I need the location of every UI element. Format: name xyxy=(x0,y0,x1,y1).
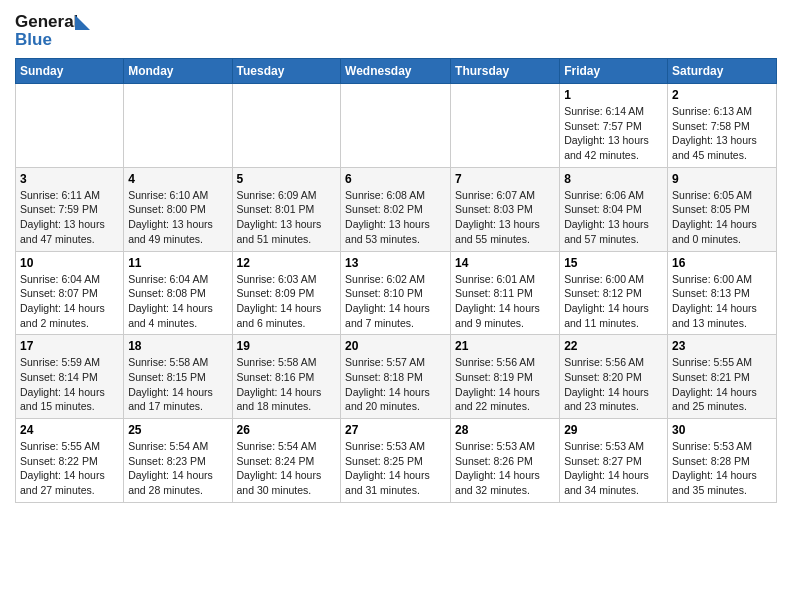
day-number: 30 xyxy=(672,423,772,437)
calendar-cell: 5Sunrise: 6:09 AM Sunset: 8:01 PM Daylig… xyxy=(232,167,341,251)
day-info: Sunrise: 6:00 AM Sunset: 8:12 PM Dayligh… xyxy=(564,272,663,331)
day-number: 25 xyxy=(128,423,227,437)
day-number: 26 xyxy=(237,423,337,437)
calendar-cell xyxy=(232,84,341,168)
calendar-cell: 15Sunrise: 6:00 AM Sunset: 8:12 PM Dayli… xyxy=(560,251,668,335)
day-number: 18 xyxy=(128,339,227,353)
calendar-week-row: 24Sunrise: 5:55 AM Sunset: 8:22 PM Dayli… xyxy=(16,419,777,503)
calendar-cell: 4Sunrise: 6:10 AM Sunset: 8:00 PM Daylig… xyxy=(124,167,232,251)
weekday-header: Tuesday xyxy=(232,59,341,84)
day-info: Sunrise: 6:13 AM Sunset: 7:58 PM Dayligh… xyxy=(672,104,772,163)
day-info: Sunrise: 6:04 AM Sunset: 8:08 PM Dayligh… xyxy=(128,272,227,331)
day-info: Sunrise: 6:14 AM Sunset: 7:57 PM Dayligh… xyxy=(564,104,663,163)
day-number: 1 xyxy=(564,88,663,102)
calendar-cell: 2Sunrise: 6:13 AM Sunset: 7:58 PM Daylig… xyxy=(668,84,777,168)
calendar-cell: 20Sunrise: 5:57 AM Sunset: 8:18 PM Dayli… xyxy=(341,335,451,419)
day-info: Sunrise: 5:58 AM Sunset: 8:15 PM Dayligh… xyxy=(128,355,227,414)
day-number: 4 xyxy=(128,172,227,186)
calendar-week-row: 10Sunrise: 6:04 AM Sunset: 8:07 PM Dayli… xyxy=(16,251,777,335)
day-info: Sunrise: 5:53 AM Sunset: 8:26 PM Dayligh… xyxy=(455,439,555,498)
calendar-week-row: 17Sunrise: 5:59 AM Sunset: 8:14 PM Dayli… xyxy=(16,335,777,419)
day-info: Sunrise: 6:05 AM Sunset: 8:05 PM Dayligh… xyxy=(672,188,772,247)
calendar-week-row: 3Sunrise: 6:11 AM Sunset: 7:59 PM Daylig… xyxy=(16,167,777,251)
calendar-header-row: SundayMondayTuesdayWednesdayThursdayFrid… xyxy=(16,59,777,84)
calendar-cell: 23Sunrise: 5:55 AM Sunset: 8:21 PM Dayli… xyxy=(668,335,777,419)
day-info: Sunrise: 6:06 AM Sunset: 8:04 PM Dayligh… xyxy=(564,188,663,247)
day-number: 9 xyxy=(672,172,772,186)
day-info: Sunrise: 5:56 AM Sunset: 8:20 PM Dayligh… xyxy=(564,355,663,414)
calendar-cell: 21Sunrise: 5:56 AM Sunset: 8:19 PM Dayli… xyxy=(451,335,560,419)
day-number: 23 xyxy=(672,339,772,353)
day-info: Sunrise: 6:02 AM Sunset: 8:10 PM Dayligh… xyxy=(345,272,446,331)
calendar-cell: 3Sunrise: 6:11 AM Sunset: 7:59 PM Daylig… xyxy=(16,167,124,251)
weekday-header: Friday xyxy=(560,59,668,84)
day-info: Sunrise: 6:09 AM Sunset: 8:01 PM Dayligh… xyxy=(237,188,337,247)
day-number: 27 xyxy=(345,423,446,437)
calendar-cell: 11Sunrise: 6:04 AM Sunset: 8:08 PM Dayli… xyxy=(124,251,232,335)
day-number: 20 xyxy=(345,339,446,353)
calendar-cell: 28Sunrise: 5:53 AM Sunset: 8:26 PM Dayli… xyxy=(451,419,560,503)
calendar-body: 1Sunrise: 6:14 AM Sunset: 7:57 PM Daylig… xyxy=(16,84,777,503)
day-info: Sunrise: 5:53 AM Sunset: 8:28 PM Dayligh… xyxy=(672,439,772,498)
calendar-cell: 1Sunrise: 6:14 AM Sunset: 7:57 PM Daylig… xyxy=(560,84,668,168)
day-info: Sunrise: 6:08 AM Sunset: 8:02 PM Dayligh… xyxy=(345,188,446,247)
calendar-cell: 29Sunrise: 5:53 AM Sunset: 8:27 PM Dayli… xyxy=(560,419,668,503)
day-number: 10 xyxy=(20,256,119,270)
day-number: 29 xyxy=(564,423,663,437)
svg-text:Blue: Blue xyxy=(15,30,52,49)
day-number: 21 xyxy=(455,339,555,353)
day-info: Sunrise: 5:57 AM Sunset: 8:18 PM Dayligh… xyxy=(345,355,446,414)
day-number: 14 xyxy=(455,256,555,270)
calendar-cell: 22Sunrise: 5:56 AM Sunset: 8:20 PM Dayli… xyxy=(560,335,668,419)
day-number: 28 xyxy=(455,423,555,437)
day-info: Sunrise: 6:00 AM Sunset: 8:13 PM Dayligh… xyxy=(672,272,772,331)
day-info: Sunrise: 5:58 AM Sunset: 8:16 PM Dayligh… xyxy=(237,355,337,414)
calendar-cell: 12Sunrise: 6:03 AM Sunset: 8:09 PM Dayli… xyxy=(232,251,341,335)
calendar-cell: 18Sunrise: 5:58 AM Sunset: 8:15 PM Dayli… xyxy=(124,335,232,419)
day-number: 22 xyxy=(564,339,663,353)
day-number: 16 xyxy=(672,256,772,270)
day-number: 11 xyxy=(128,256,227,270)
calendar-cell: 17Sunrise: 5:59 AM Sunset: 8:14 PM Dayli… xyxy=(16,335,124,419)
calendar-cell: 7Sunrise: 6:07 AM Sunset: 8:03 PM Daylig… xyxy=(451,167,560,251)
day-info: Sunrise: 5:54 AM Sunset: 8:24 PM Dayligh… xyxy=(237,439,337,498)
day-info: Sunrise: 6:01 AM Sunset: 8:11 PM Dayligh… xyxy=(455,272,555,331)
svg-marker-2 xyxy=(75,15,90,30)
calendar-cell: 8Sunrise: 6:06 AM Sunset: 8:04 PM Daylig… xyxy=(560,167,668,251)
day-info: Sunrise: 5:59 AM Sunset: 8:14 PM Dayligh… xyxy=(20,355,119,414)
day-number: 15 xyxy=(564,256,663,270)
day-info: Sunrise: 6:11 AM Sunset: 7:59 PM Dayligh… xyxy=(20,188,119,247)
day-number: 12 xyxy=(237,256,337,270)
day-info: Sunrise: 6:04 AM Sunset: 8:07 PM Dayligh… xyxy=(20,272,119,331)
day-number: 5 xyxy=(237,172,337,186)
logo: GeneralBlue xyxy=(15,10,95,50)
calendar-table: SundayMondayTuesdayWednesdayThursdayFrid… xyxy=(15,58,777,503)
logo-icon: GeneralBlue xyxy=(15,10,95,50)
calendar-cell: 9Sunrise: 6:05 AM Sunset: 8:05 PM Daylig… xyxy=(668,167,777,251)
calendar-cell: 26Sunrise: 5:54 AM Sunset: 8:24 PM Dayli… xyxy=(232,419,341,503)
calendar-cell: 25Sunrise: 5:54 AM Sunset: 8:23 PM Dayli… xyxy=(124,419,232,503)
day-info: Sunrise: 5:53 AM Sunset: 8:27 PM Dayligh… xyxy=(564,439,663,498)
weekday-header: Sunday xyxy=(16,59,124,84)
day-info: Sunrise: 5:56 AM Sunset: 8:19 PM Dayligh… xyxy=(455,355,555,414)
day-number: 24 xyxy=(20,423,119,437)
calendar-cell: 24Sunrise: 5:55 AM Sunset: 8:22 PM Dayli… xyxy=(16,419,124,503)
calendar-cell: 27Sunrise: 5:53 AM Sunset: 8:25 PM Dayli… xyxy=(341,419,451,503)
weekday-header: Saturday xyxy=(668,59,777,84)
day-number: 2 xyxy=(672,88,772,102)
calendar-cell xyxy=(341,84,451,168)
day-info: Sunrise: 5:54 AM Sunset: 8:23 PM Dayligh… xyxy=(128,439,227,498)
calendar-cell: 14Sunrise: 6:01 AM Sunset: 8:11 PM Dayli… xyxy=(451,251,560,335)
day-info: Sunrise: 5:55 AM Sunset: 8:21 PM Dayligh… xyxy=(672,355,772,414)
day-info: Sunrise: 5:55 AM Sunset: 8:22 PM Dayligh… xyxy=(20,439,119,498)
calendar-cell: 6Sunrise: 6:08 AM Sunset: 8:02 PM Daylig… xyxy=(341,167,451,251)
calendar-cell: 10Sunrise: 6:04 AM Sunset: 8:07 PM Dayli… xyxy=(16,251,124,335)
day-number: 8 xyxy=(564,172,663,186)
calendar-cell: 13Sunrise: 6:02 AM Sunset: 8:10 PM Dayli… xyxy=(341,251,451,335)
day-number: 19 xyxy=(237,339,337,353)
weekday-header: Thursday xyxy=(451,59,560,84)
calendar-cell: 30Sunrise: 5:53 AM Sunset: 8:28 PM Dayli… xyxy=(668,419,777,503)
weekday-header: Monday xyxy=(124,59,232,84)
day-info: Sunrise: 6:07 AM Sunset: 8:03 PM Dayligh… xyxy=(455,188,555,247)
day-info: Sunrise: 5:53 AM Sunset: 8:25 PM Dayligh… xyxy=(345,439,446,498)
